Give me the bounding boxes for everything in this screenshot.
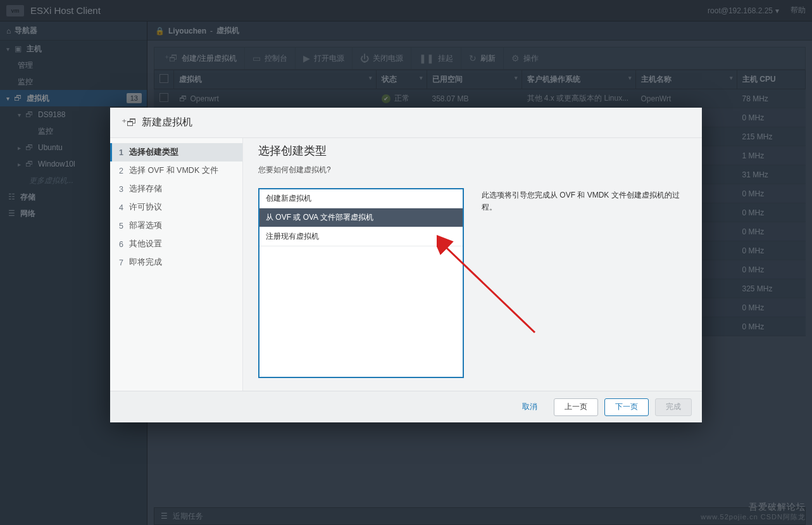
wizard-step-1[interactable]: 1选择创建类型 [110,143,242,161]
pane-title: 选择创建类型 [258,143,687,158]
add-vm-icon: ⁺🗗 [122,117,137,129]
wizard-main: 选择创建类型 您要如何创建虚拟机? 创建新虚拟机从 OVF 或 OVA 文件部署… [243,138,702,391]
creation-option-2[interactable]: 注册现有虚拟机 [259,227,463,246]
pane-subtitle: 您要如何创建虚拟机? [258,165,687,175]
finish-button: 完成 [655,398,692,416]
wizard-step-2: 2选择 OVF 和 VMDK 文件 [110,161,242,180]
wizard-step-5: 5部署选项 [110,217,242,235]
dialog-header: ⁺🗗 新建虚拟机 [110,108,702,138]
next-button[interactable]: 下一页 [604,398,649,416]
wizard-step-7: 7即将完成 [110,253,242,272]
wizard-steps: 1选择创建类型2选择 OVF 和 VMDK 文件3选择存储4许可协议5部署选项6… [110,138,243,391]
modal-overlay: ⁺🗗 新建虚拟机 1选择创建类型2选择 OVF 和 VMDK 文件3选择存储4许… [0,0,812,525]
cancel-button[interactable]: 取消 [512,398,547,416]
dialog-title: 新建虚拟机 [142,116,192,129]
option-description: 此选项将引导您完成从 OVF 和 VMDK 文件创建虚拟机的过程。 [482,188,687,378]
wizard-step-4: 4许可协议 [110,198,242,217]
wizard-step-3: 3选择存储 [110,180,242,198]
wizard-step-6: 6其他设置 [110,235,242,253]
watermark: 吾爱破解论坛 www.52pojie.cn CSDN阿陈龙 [701,501,806,521]
creation-option-1[interactable]: 从 OVF 或 OVA 文件部署虚拟机 [259,208,463,227]
creation-type-options: 创建新虚拟机从 OVF 或 OVA 文件部署虚拟机注册现有虚拟机 [258,188,464,378]
new-vm-dialog: ⁺🗗 新建虚拟机 1选择创建类型2选择 OVF 和 VMDK 文件3选择存储4许… [110,108,702,422]
dialog-footer: 取消 上一页 下一页 完成 [110,391,702,422]
back-button[interactable]: 上一页 [554,398,598,416]
creation-option-0[interactable]: 创建新虚拟机 [259,189,463,208]
